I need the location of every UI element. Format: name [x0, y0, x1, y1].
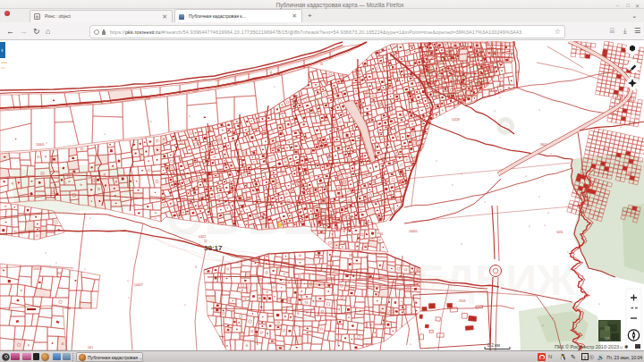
svg-text:1790: 1790: [497, 84, 504, 88]
svg-text:801: 801: [57, 272, 62, 275]
svg-text:14: 14: [204, 240, 208, 243]
svg-text:368/8: 368/8: [333, 269, 340, 273]
svg-text:10032: 10032: [268, 282, 275, 285]
svg-text:10055: 10055: [409, 230, 418, 233]
svg-text:54/2: 54/2: [277, 72, 283, 76]
svg-text:370/8: 370/8: [459, 299, 466, 303]
svg-text:⌂ ✱: ⌂ ✱: [620, 344, 629, 349]
svg-text:54/55: 54/55: [556, 231, 564, 234]
svg-text:19/77: 19/77: [626, 173, 633, 176]
svg-text:1183: 1183: [351, 163, 357, 166]
svg-text:›: ›: [1, 46, 4, 55]
svg-text:10026: 10026: [33, 267, 42, 271]
svg-text:16: 16: [320, 63, 324, 66]
svg-text:19/78: 19/78: [603, 147, 610, 151]
svg-text:27: 27: [338, 248, 342, 252]
svg-text:361: 361: [399, 114, 403, 117]
svg-text:10027: 10027: [134, 283, 143, 287]
svg-text:10128: 10128: [452, 118, 460, 122]
svg-text:434: 434: [268, 203, 273, 206]
svg-text:34: 34: [380, 232, 384, 236]
svg-text:0.2 км: 0.2 км: [487, 342, 501, 348]
svg-text:1411: 1411: [88, 346, 93, 349]
svg-text:101/9: 101/9: [486, 68, 493, 72]
svg-text:360/7: 360/7: [540, 143, 547, 147]
svg-text:122: 122: [515, 71, 520, 74]
svg-text:23: 23: [222, 312, 225, 316]
svg-text:39:17: 39:17: [204, 244, 223, 252]
svg-text:185: 185: [192, 89, 197, 93]
svg-text:125: 125: [146, 97, 150, 101]
svg-text:42: 42: [234, 82, 238, 86]
svg-text:13: 13: [594, 179, 597, 182]
svg-text:ΟΛ: ΟΛ: [605, 336, 610, 341]
svg-text:10001: 10001: [36, 143, 45, 147]
svg-text:58/1: 58/1: [349, 254, 354, 257]
svg-text:ПКК © Росреестр 2010-2023: ПКК © Росреестр 2010-2023: [555, 344, 619, 349]
svg-text:10022: 10022: [199, 235, 207, 239]
